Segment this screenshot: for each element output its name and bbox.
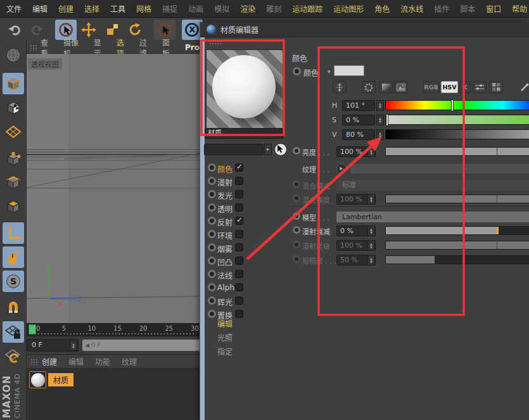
viewport-menu-item[interactable]: Pro xyxy=(185,43,200,52)
grip-handle[interactable] xyxy=(209,40,223,45)
channel-label[interactable]: 反射 xyxy=(217,217,233,227)
channel-checkbox[interactable] xyxy=(235,310,243,318)
menu-item[interactable]: 编辑 xyxy=(32,3,48,14)
roughness-spinner[interactable]: ▲▼ xyxy=(367,255,375,265)
material-manager-menu-item[interactable]: 编辑 xyxy=(68,356,84,367)
diffuse-falloff-slider[interactable] xyxy=(385,226,529,235)
mix-strength-spinner[interactable]: ▲▼ xyxy=(367,194,375,205)
menu-item[interactable]: 角色 xyxy=(374,3,390,14)
channel-radio[interactable] xyxy=(208,257,216,265)
channel-checkbox[interactable] xyxy=(235,230,243,238)
menu-item[interactable]: 渲染 xyxy=(240,3,255,14)
edges-mode-button[interactable] xyxy=(3,172,24,193)
frame-spinner[interactable]: ▲▼ xyxy=(70,340,77,351)
channel-label[interactable]: 法线 xyxy=(217,270,233,281)
channel-radio[interactable] xyxy=(208,230,216,238)
material-thumbnail[interactable] xyxy=(29,371,46,388)
spectrum-button[interactable] xyxy=(379,81,393,93)
material-manager-menu-item[interactable]: 创建 xyxy=(42,356,57,367)
color-radio[interactable] xyxy=(293,67,301,75)
brightness-radio[interactable] xyxy=(293,147,300,155)
value-value-field[interactable]: 80 % xyxy=(342,129,375,140)
channel-radio[interactable] xyxy=(208,310,216,318)
footer-tab[interactable]: 指定 xyxy=(217,346,281,360)
preview-expand-button[interactable]: ▸ xyxy=(264,144,272,155)
perspective-viewport[interactable]: Y Z X 透视视图 xyxy=(27,54,200,323)
workplane-button[interactable] xyxy=(3,121,24,143)
channel-radio[interactable] xyxy=(208,177,216,185)
menu-item[interactable]: 工具 xyxy=(110,3,125,14)
range-left-arrow[interactable]: ◀ xyxy=(85,340,89,351)
menu-item[interactable]: 流水线 xyxy=(400,3,423,14)
channel-label[interactable]: 漫射 xyxy=(217,177,233,188)
footer-tab[interactable]: 编辑 xyxy=(217,318,281,332)
mixer-button[interactable] xyxy=(473,81,487,93)
material-name-label[interactable]: 材质 xyxy=(48,373,73,386)
menu-item[interactable]: 运动图形 xyxy=(333,3,364,14)
points-mode-button[interactable] xyxy=(3,148,24,169)
menu-item[interactable]: 模拟 xyxy=(214,3,229,14)
channel-checkbox[interactable] xyxy=(235,190,243,198)
menu-item[interactable]: 插件 xyxy=(434,3,449,14)
channel-radio[interactable] xyxy=(208,217,216,225)
model-dropdown[interactable]: Lambertian xyxy=(336,212,529,222)
hue-spinner[interactable]: ▲▼ xyxy=(376,100,384,111)
diffuse-falloff-radio[interactable] xyxy=(293,226,300,234)
rgb-mode-button[interactable]: RGB xyxy=(423,81,440,93)
material-preview[interactable] xyxy=(206,49,283,129)
saturation-spinner[interactable]: ▲▼ xyxy=(376,115,384,125)
channel-radio[interactable] xyxy=(208,190,216,198)
channel-checkbox[interactable] xyxy=(235,203,243,212)
grip-handle[interactable] xyxy=(30,359,38,365)
channel-label[interactable]: 凹凸 xyxy=(217,257,233,267)
channel-radio[interactable] xyxy=(208,203,216,212)
material-manager-menu-item[interactable]: 功能 xyxy=(95,356,110,367)
menu-item[interactable]: 帮助 xyxy=(512,3,527,14)
brightness-spinner[interactable]: ▲▼ xyxy=(367,146,375,157)
render-view-button[interactable] xyxy=(3,44,24,66)
pick-material-button[interactable] xyxy=(274,143,287,156)
channel-checkbox[interactable] xyxy=(235,270,243,278)
menu-item[interactable]: 网格 xyxy=(136,3,151,14)
menu-item[interactable]: 窗口 xyxy=(486,3,501,14)
texture-expand-button[interactable]: ▶ xyxy=(336,163,347,174)
channel-label[interactable]: 发光 xyxy=(217,190,233,201)
channel-label[interactable]: 环境 xyxy=(217,230,233,241)
channel-checkbox[interactable] xyxy=(235,177,243,185)
saturation-value-field[interactable]: 0 % xyxy=(342,115,375,125)
grip-handle[interactable] xyxy=(30,44,37,51)
channel-radio[interactable] xyxy=(208,243,216,251)
mix-strength-radio[interactable] xyxy=(293,194,300,202)
expand-triangle-icon[interactable]: ▾ xyxy=(328,68,331,75)
current-frame-field[interactable]: 0 F ▲▼ xyxy=(27,339,79,352)
channel-checkbox[interactable] xyxy=(235,257,243,265)
footer-tab[interactable]: 光照 xyxy=(217,332,281,346)
hue-slider[interactable] xyxy=(385,100,529,110)
hsv-mode-button[interactable]: HSV xyxy=(441,81,458,93)
channel-radio[interactable] xyxy=(208,163,216,172)
channel-radio[interactable] xyxy=(208,283,216,291)
brightness-slider[interactable] xyxy=(385,147,529,156)
menu-item[interactable]: 动画 xyxy=(188,3,203,14)
channel-label[interactable]: 颜色 xyxy=(217,163,233,174)
diffuse-level-spinner[interactable]: ▲▼ xyxy=(367,240,375,251)
channel-checkbox[interactable] xyxy=(235,283,243,291)
undo-button[interactable] xyxy=(4,20,25,40)
saturation-slider[interactable] xyxy=(385,115,529,125)
value-spinner[interactable]: ▲▼ xyxy=(376,129,384,140)
material-manager-menu-item[interactable]: 纹理 xyxy=(122,356,137,367)
channel-radio[interactable] xyxy=(208,270,216,278)
axis-mode-button[interactable] xyxy=(3,222,24,244)
hue-marker[interactable] xyxy=(451,99,454,111)
model-mode-button[interactable] xyxy=(3,73,24,94)
roughness-radio[interactable] xyxy=(293,255,300,263)
menu-item[interactable]: 选择 xyxy=(84,3,99,14)
snap-button[interactable]: S xyxy=(3,270,24,292)
material-editor-titlebar[interactable]: 材质编辑器 xyxy=(200,22,529,37)
mix-mode-radio[interactable] xyxy=(293,181,300,188)
magnet-tool-button[interactable] xyxy=(3,296,24,317)
channel-radio[interactable] xyxy=(208,296,216,305)
channel-label[interactable]: 烟雾 xyxy=(217,243,233,254)
diffuse-falloff-spinner[interactable]: ▲▼ xyxy=(367,226,375,236)
menu-item[interactable]: 雕刻 xyxy=(266,3,281,14)
